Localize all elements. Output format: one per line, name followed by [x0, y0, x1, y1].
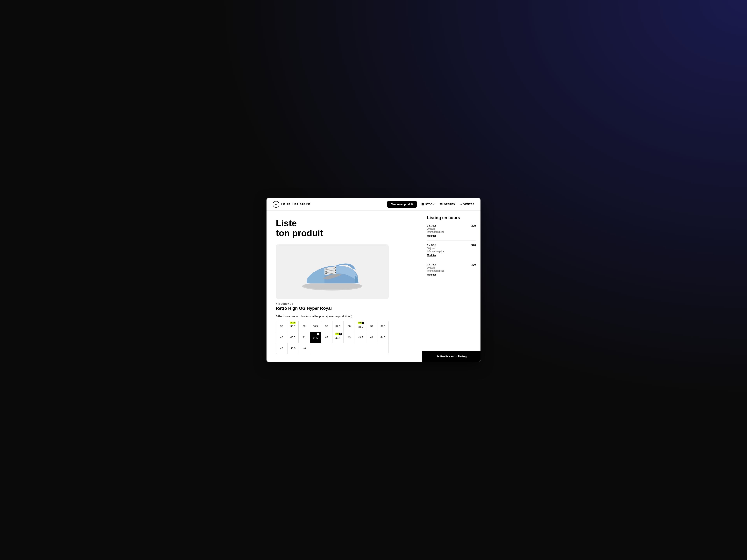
listing-item-1-left: 1 x 38.5 30 jours Information price Modi… [427, 224, 444, 237]
listing-item-2-price: 320 [471, 244, 476, 247]
listing-item-1-days: 30 jours [427, 228, 444, 230]
listing-panel: Listing en cours 1 x 38.5 30 jours Infor… [422, 211, 481, 351]
nav-ventes-label: VENTES [463, 203, 474, 206]
stock-icon: ⊞ [421, 203, 424, 206]
listing-item-1-info: Information price [427, 231, 444, 233]
listing-item-1-modifier[interactable]: Modifier [427, 235, 444, 237]
left-panel: Liste ton produit [266, 211, 422, 362]
offres-icon: ✉ [440, 203, 443, 206]
page-title: Liste ton produit [276, 218, 414, 238]
listing-item-3-row: 1 x 38.5 30 jours Information price Modi… [427, 263, 476, 276]
size-45[interactable]: 45 [276, 343, 287, 354]
ventes-icon: ≡ [460, 203, 462, 206]
navbar: W Le Seller Space Vendre un produit ⊞ ST… [266, 198, 481, 211]
listing-item-2: 1 x 38.5 30 jours Information price Modi… [427, 244, 476, 260]
listing-item-2-left: 1 x 38.5 30 jours Information price Modi… [427, 244, 444, 257]
product-name: Retro High OG Hyper Royal [276, 306, 414, 311]
listing-item-3-info: Information price [427, 269, 444, 272]
size-40[interactable]: 40 [276, 332, 287, 343]
listing-item-2-days: 30 jours [427, 247, 444, 250]
size-36[interactable]: 36 [299, 321, 310, 332]
listing-title: Listing en cours [427, 215, 476, 220]
svg-point-10 [326, 273, 327, 274]
size-36-5[interactable]: 36.5 [310, 321, 321, 332]
size-43[interactable]: 43 [343, 332, 355, 343]
listing-item-3: 1 x 38.5 30 jours Information price Modi… [427, 263, 476, 279]
svg-point-11 [335, 267, 336, 268]
size-35[interactable]: 35 [276, 321, 287, 332]
size-43-5[interactable]: 43.5 [355, 332, 366, 343]
svg-point-13 [335, 272, 336, 273]
listing-item-2-info: Information price [427, 250, 444, 253]
sell-product-button[interactable]: Vendre un produit [387, 201, 417, 208]
nav-ventes[interactable]: ≡ VENTES [460, 203, 474, 206]
size-row-1: 35 WTB 35.5 36 36.5 37 37.5 38 WTB 2 38.… [276, 321, 388, 332]
nav-offres-label: OFFRES [444, 203, 455, 206]
size-row-2: 40 40.5 41 1 41.5 42 WTB 2 42.5 43 43.5 [276, 332, 388, 343]
main-content: Liste ton produit [266, 211, 481, 362]
size-grid: 35 WTB 35.5 36 36.5 37 37.5 38 WTB 2 38.… [276, 321, 389, 354]
size-44-5[interactable]: 44.5 [378, 332, 388, 343]
listing-item-1-row: 1 x 38.5 30 jours Information price Modi… [427, 224, 476, 237]
size-38-5[interactable]: WTB 2 38.5 [355, 321, 366, 332]
navbar-links: ⊞ STOCK ✉ OFFRES ≡ VENTES [421, 203, 474, 206]
listing-item-1-qty-size: 1 x 38.5 [427, 224, 444, 227]
nav-stock[interactable]: ⊞ STOCK [421, 203, 435, 206]
finalize-listing-button[interactable]: Je finalise mon listing [422, 351, 481, 362]
product-image: ✿ [276, 244, 389, 299]
size-37-5[interactable]: 37.5 [332, 321, 344, 332]
brand-name: Le Seller Space [281, 203, 310, 206]
listing-item-1: 1 x 38.5 30 jours Information price Modi… [427, 224, 476, 241]
size-empty-1 [310, 343, 389, 354]
size-42[interactable]: 42 [321, 332, 332, 343]
listing-item-3-left: 1 x 38.5 30 jours Information price Modi… [427, 263, 444, 276]
size-39-5[interactable]: 39.5 [378, 321, 388, 332]
svg-point-1 [303, 282, 361, 289]
right-panel: Listing en cours 1 x 38.5 30 jours Infor… [422, 211, 481, 362]
size-section-label: Sélectionne une ou plusieurs tailles pou… [276, 315, 414, 318]
listing-item-3-modifier[interactable]: Modifier [427, 273, 444, 276]
size-45-5[interactable]: 45.5 [287, 343, 299, 354]
listing-item-2-row: 1 x 38.5 30 jours Information price Modi… [427, 244, 476, 257]
size-41[interactable]: 41 [299, 332, 310, 343]
listing-item-2-modifier[interactable]: Modifier [427, 254, 444, 257]
size-39[interactable]: 39 [366, 321, 378, 332]
listing-item-3-days: 30 jours [427, 266, 444, 269]
product-brand: AIR JORDAN 1 [276, 303, 414, 305]
svg-point-12 [335, 269, 336, 271]
size-42-5[interactable]: WTB 2 42.5 [332, 332, 344, 343]
listing-item-3-qty-size: 1 x 38.5 [427, 263, 444, 266]
nav-offres[interactable]: ✉ OFFRES [440, 203, 455, 206]
size-44[interactable]: 44 [366, 332, 378, 343]
listing-item-3-price: 320 [471, 263, 476, 266]
size-41-5[interactable]: 1 41.5 [310, 332, 321, 343]
size-row-3: 45 45.5 46 [276, 343, 388, 354]
svg-text:✿: ✿ [345, 266, 347, 268]
listing-item-1-price: 320 [471, 224, 476, 227]
size-37[interactable]: 37 [321, 321, 332, 332]
size-38[interactable]: 38 [343, 321, 355, 332]
sneaker-illustration: ✿ [297, 250, 367, 293]
size-46[interactable]: 46 [299, 343, 310, 354]
logo-icon: W [273, 201, 279, 208]
size-40-5[interactable]: 40.5 [287, 332, 299, 343]
nav-stock-label: STOCK [425, 203, 435, 206]
svg-point-8 [326, 268, 327, 269]
listing-item-2-qty-size: 1 x 38.5 [427, 244, 444, 246]
svg-point-9 [326, 271, 327, 272]
logo[interactable]: W Le Seller Space [273, 201, 310, 208]
browser-window: W Le Seller Space Vendre un produit ⊞ ST… [266, 198, 481, 362]
size-35-5[interactable]: WTB 35.5 [287, 321, 299, 332]
